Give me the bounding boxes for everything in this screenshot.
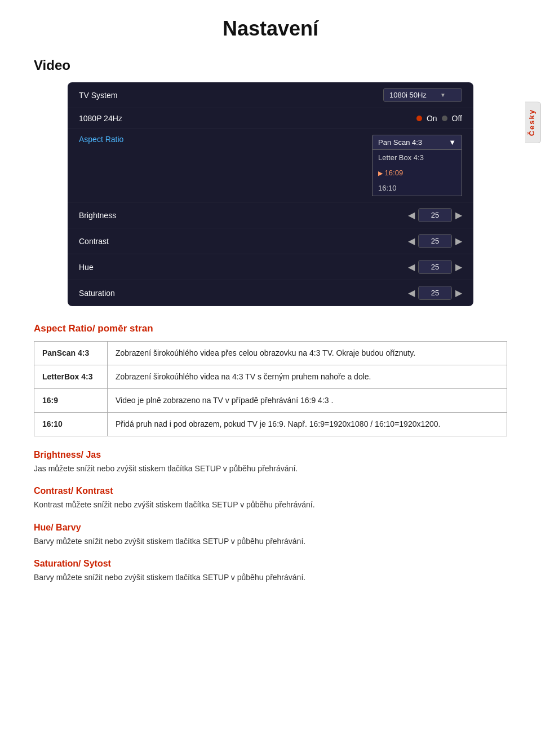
brightness-label: Brightness <box>79 211 408 220</box>
tv-screen: TV System 1080i 50Hz ▼ 1080P 24Hz On Off… <box>68 82 473 306</box>
off-dot <box>442 116 447 121</box>
hue-right[interactable]: ▶ <box>455 262 462 272</box>
aspect-ratio-arrow: ▼ <box>449 138 456 147</box>
tv-row-1080p: 1080P 24Hz On Off <box>68 108 473 129</box>
hue-left[interactable]: ◀ <box>408 262 415 272</box>
contrast-control[interactable]: ◀ 25 ▶ <box>408 234 462 248</box>
1080p-toggle[interactable]: On Off <box>416 114 462 123</box>
text-section-body-0: Jas můžete snížit nebo zvýšit stiskem tl… <box>34 462 507 475</box>
aspect-ratio-dropdown-menu[interactable]: Pan Scan 4:3 ▼ Letter Box 4:3 ▶ 16:09 16… <box>372 135 462 196</box>
text-section-title-0: Brightness/ Jas <box>34 450 507 460</box>
saturation-right[interactable]: ▶ <box>455 288 462 298</box>
page-title: Nastavení <box>34 17 507 41</box>
aspect-ratio-selected: Pan Scan 4:3 <box>378 138 422 147</box>
table-cell-key: LetterBox 4:3 <box>34 365 108 389</box>
hue-value: 25 <box>418 260 452 274</box>
text-section-3: Saturation/ SytostBarvy můžete snížit ne… <box>34 559 507 583</box>
aspect-ratio-table: PanScan 4:3Zobrazení širokoúhlého videa … <box>34 341 507 436</box>
text-section-body-3: Barvy můžete snížit nebo zvýšit stiskem … <box>34 571 507 583</box>
tv-system-control[interactable]: 1080i 50Hz ▼ <box>383 88 462 102</box>
aspect-ratio-dropdown-header[interactable]: Pan Scan 4:3 ▼ <box>372 135 462 150</box>
hue-label: Hue <box>79 263 408 272</box>
table-cell-key: 16:9 <box>34 389 108 413</box>
tv-row-brightness: Brightness ◀ 25 ▶ <box>68 202 473 228</box>
video-section-title: Video <box>34 58 507 73</box>
hue-control[interactable]: ◀ 25 ▶ <box>408 260 462 274</box>
tv-row-hue: Hue ◀ 25 ▶ <box>68 254 473 280</box>
text-section-1: Contrast/ KontrastKontrast můžete snížit… <box>34 486 507 511</box>
aspect-option-16-10[interactable]: 16:10 <box>373 180 462 196</box>
aspect-option-16-9[interactable]: ▶ 16:09 <box>373 165 462 180</box>
1080p-label: 1080P 24Hz <box>79 114 416 123</box>
text-section-body-2: Barvy můžete snížit nebo zvýšit stiskem … <box>34 535 507 547</box>
table-cell-key: PanScan 4:3 <box>34 342 108 365</box>
contrast-right[interactable]: ▶ <box>455 236 462 246</box>
table-row: PanScan 4:3Zobrazení širokoúhlého videa … <box>34 342 507 365</box>
tv-system-dropdown[interactable]: 1080i 50Hz ▼ <box>383 88 462 102</box>
saturation-control[interactable]: ◀ 25 ▶ <box>408 286 462 300</box>
text-section-title-2: Hue/ Barvy <box>34 523 507 533</box>
brightness-control[interactable]: ◀ 25 ▶ <box>408 208 462 222</box>
table-row: LetterBox 4:3Zobrazení širokoúhlého vide… <box>34 365 507 389</box>
aspect-ratio-dropdown-list: Letter Box 4:3 ▶ 16:09 16:10 <box>372 150 462 196</box>
tv-row-aspect-ratio: Aspect Ratio Pan Scan 4:3 ▼ Letter Box 4… <box>68 129 473 202</box>
on-dot <box>416 116 422 121</box>
table-cell-key: 16:10 <box>34 413 108 436</box>
text-section-title-1: Contrast/ Kontrast <box>34 486 507 496</box>
tv-system-value: 1080i 50Hz <box>389 91 427 99</box>
table-cell-value: Zobrazení širokoúhlého videa přes celou … <box>108 342 507 365</box>
table-row: 16:9Video je plně zobrazeno na TV v příp… <box>34 389 507 413</box>
off-label: Off <box>452 114 462 123</box>
saturation-value: 25 <box>418 286 452 300</box>
brightness-value: 25 <box>418 208 452 222</box>
on-label: On <box>427 114 437 123</box>
contrast-label: Contrast <box>79 237 408 246</box>
brightness-right[interactable]: ▶ <box>455 210 462 220</box>
tv-row-tv-system: TV System 1080i 50Hz ▼ <box>68 82 473 108</box>
tv-row-contrast: Contrast ◀ 25 ▶ <box>68 228 473 254</box>
text-section-body-1: Kontrast můžete snížit nebo zvýšit stisk… <box>34 498 507 511</box>
text-section-0: Brightness/ JasJas můžete snížit nebo zv… <box>34 450 507 475</box>
text-section-title-3: Saturation/ Sytost <box>34 559 507 569</box>
contrast-left[interactable]: ◀ <box>408 236 415 246</box>
table-row: 16:10Přidá pruh nad i pod obrazem, pokud… <box>34 413 507 436</box>
table-cell-value: Video je plně zobrazeno na TV v případě … <box>108 389 507 413</box>
aspect-ratio-section-title: Aspect Ratio/ poměr stran <box>34 323 507 334</box>
saturation-left[interactable]: ◀ <box>408 288 415 298</box>
brightness-left[interactable]: ◀ <box>408 210 415 220</box>
tv-system-label: TV System <box>79 91 383 100</box>
table-cell-value: Zobrazení širokoúhlého videa na 4:3 TV s… <box>108 365 507 389</box>
tv-row-saturation: Saturation ◀ 25 ▶ <box>68 280 473 306</box>
tv-system-dropdown-arrow: ▼ <box>440 92 446 98</box>
side-tab[interactable]: Česky <box>525 101 541 143</box>
contrast-value: 25 <box>418 234 452 248</box>
aspect-option-letterbox[interactable]: Letter Box 4:3 <box>373 150 462 165</box>
text-section-2: Hue/ BarvyBarvy můžete snížit nebo zvýši… <box>34 523 507 547</box>
aspect-ratio-label: Aspect Ratio <box>79 135 372 144</box>
table-cell-value: Přidá pruh nad i pod obrazem, pokud TV j… <box>108 413 507 436</box>
saturation-label: Saturation <box>79 289 408 298</box>
